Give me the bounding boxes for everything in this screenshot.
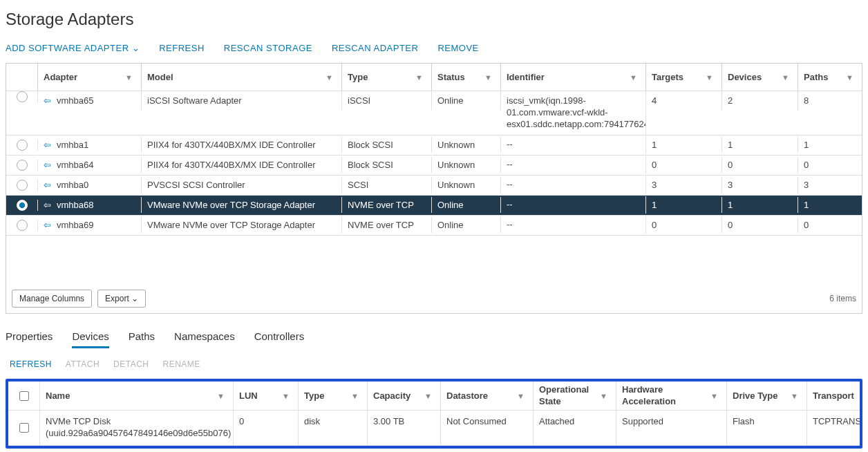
cell-status: Online (432, 217, 501, 233)
row-radio[interactable] (17, 140, 28, 151)
rescan-storage-button[interactable]: RESCAN STORAGE (224, 43, 312, 53)
dcol-name[interactable]: Name (46, 390, 70, 401)
filter-icon[interactable]: ▼ (482, 73, 495, 82)
export-button[interactable]: Export (97, 290, 146, 308)
adapters-grid: Adapter ▼ Model ▼ Type ▼ Status ▼ Identi… (6, 63, 862, 314)
devices-header-row: Name▼ LUN▼ Type▼ Capacity▼ Datastore▼ Op… (8, 382, 860, 411)
dcell-transport: TCPTRANSPORT (807, 411, 860, 445)
filter-icon[interactable]: ▼ (122, 73, 135, 82)
cell-type: SCSI (342, 177, 432, 193)
dcell-type: disk (299, 411, 368, 445)
filter-icon[interactable]: ▼ (703, 73, 716, 82)
filter-icon[interactable]: ▼ (323, 73, 336, 82)
cell-identifier: -- (501, 156, 646, 173)
adapter-row[interactable]: ⇦vmhba0PVSCSI SCSI ControllerSCSIUnknown… (6, 176, 862, 196)
dcol-type[interactable]: Type (304, 390, 324, 401)
adapter-row[interactable]: ⇦vmhba64PIIX4 for 430TX/440BX/MX IDE Con… (6, 156, 862, 176)
col-targets[interactable]: Targets (652, 72, 683, 82)
tab-properties[interactable]: Properties (6, 330, 53, 348)
tab-controllers[interactable]: Controllers (254, 330, 305, 348)
devices-toolbar: REFRESH ATTACH DETACH RENAME (6, 354, 862, 379)
adapter-row[interactable]: ⇦vmhba1PIIX4 for 430TX/440BX/MX IDE Cont… (6, 135, 862, 156)
devices-select-all-checkbox[interactable] (19, 391, 29, 401)
dcol-transport[interactable]: Transport (813, 390, 854, 401)
cell-type: NVME over TCP (342, 217, 432, 233)
filter-icon[interactable]: ▼ (422, 392, 435, 400)
add-software-adapter-button[interactable]: ADD SOFTWARE ADAPTER (6, 43, 140, 53)
adapter-row[interactable]: ⇦vmhba69VMware NVMe over TCP Storage Ada… (6, 216, 862, 236)
filter-icon[interactable]: ▼ (279, 392, 292, 400)
adapters-footer: Manage Columns Export 6 items (6, 284, 862, 313)
tab-namespaces[interactable]: Namespaces (174, 330, 235, 348)
devices-rename-button[interactable]: RENAME (163, 359, 200, 369)
adapter-icon: ⇦ (44, 220, 51, 230)
dcol-capacity[interactable]: Capacity (373, 390, 411, 401)
adapter-icon: ⇦ (44, 140, 51, 150)
dcell-lun: 0 (234, 411, 299, 445)
filter-icon[interactable]: ▼ (413, 73, 426, 82)
dcol-lun[interactable]: LUN (239, 390, 258, 401)
tab-devices[interactable]: Devices (72, 330, 108, 348)
dcol-drive[interactable]: Drive Type (733, 390, 778, 401)
cell-model: iSCSI Software Adapter (142, 91, 342, 110)
cell-identifier: -- (501, 136, 646, 153)
col-devices[interactable]: Devices (728, 72, 762, 82)
devices-attach-button[interactable]: ATTACH (66, 359, 100, 369)
adapter-icon: ⇦ (44, 200, 51, 210)
filter-icon[interactable]: ▼ (214, 392, 227, 400)
cell-targets: 4 (646, 91, 722, 110)
adapter-icon: ⇦ (44, 160, 51, 170)
manage-columns-button[interactable]: Manage Columns (12, 290, 92, 308)
filter-icon[interactable]: ▼ (627, 73, 640, 82)
col-paths[interactable]: Paths (804, 72, 828, 82)
adapter-icon: ⇦ (44, 180, 51, 190)
cell-devices: 1 (722, 137, 798, 153)
col-identifier[interactable]: Identifier (507, 72, 545, 82)
cell-paths: 3 (798, 177, 862, 193)
remove-button[interactable]: REMOVE (437, 43, 478, 53)
devices-detach-button[interactable]: DETACH (113, 359, 149, 369)
filter-icon[interactable]: ▼ (708, 392, 721, 400)
cell-identifier: iscsi_vmk(iqn.1998-01.com.vmware:vcf-wkl… (501, 91, 646, 135)
row-radio[interactable] (17, 180, 28, 191)
device-row-checkbox[interactable] (19, 423, 29, 433)
cell-targets: 1 (646, 137, 722, 153)
device-row[interactable]: NVMe TCP Disk (uuid.929a6a90457647849146… (8, 411, 860, 446)
dcell-name: NVMe TCP Disk (uuid.929a6a90457647849146… (40, 411, 234, 445)
filter-icon[interactable]: ▼ (514, 392, 527, 400)
cell-type: Block SCSI (342, 137, 432, 153)
filter-icon[interactable]: ▼ (779, 73, 792, 82)
adapter-row[interactable]: ⇦vmhba65iSCSI Software AdapteriSCSIOnlin… (6, 91, 862, 135)
refresh-button[interactable]: REFRESH (159, 43, 205, 53)
row-radio[interactable] (17, 91, 28, 102)
filter-icon[interactable]: ▼ (843, 73, 856, 82)
dcol-hw[interactable]: Hardware Acceleration (622, 384, 708, 408)
col-type[interactable]: Type (348, 72, 368, 82)
cell-targets: 3 (646, 177, 722, 193)
dcol-datastore[interactable]: Datastore (446, 390, 488, 401)
cell-model: PIIX4 for 430TX/440BX/MX IDE Controller (142, 137, 342, 153)
filter-icon[interactable]: ▼ (348, 392, 361, 400)
row-radio[interactable] (17, 200, 28, 211)
row-radio[interactable] (17, 160, 28, 171)
devices-refresh-button[interactable]: REFRESH (10, 359, 52, 369)
col-adapter[interactable]: Adapter (44, 72, 77, 82)
filter-icon[interactable]: ▼ (597, 392, 610, 400)
cell-targets: 1 (646, 197, 722, 213)
dcol-operational[interactable]: Operational State (539, 384, 597, 408)
filter-icon[interactable]: ▼ (788, 392, 801, 400)
cell-type: Block SCSI (342, 157, 432, 173)
tab-paths[interactable]: Paths (129, 330, 155, 348)
col-status[interactable]: Status (437, 72, 465, 82)
adapter-name: vmhba69 (57, 220, 93, 230)
dcell-capacity: 3.00 TB (368, 411, 441, 445)
cell-status: Online (432, 91, 501, 110)
dcell-operational: Attached (534, 411, 616, 445)
dcell-datastore: Not Consumed (441, 411, 534, 445)
col-model[interactable]: Model (147, 72, 173, 82)
dcell-drive: Flash (727, 411, 807, 445)
cell-paths: 1 (798, 197, 862, 213)
adapter-row[interactable]: ⇦vmhba68VMware NVMe over TCP Storage Ada… (6, 196, 862, 216)
rescan-adapter-button[interactable]: RESCAN ADAPTER (332, 43, 418, 53)
row-radio[interactable] (17, 220, 28, 231)
